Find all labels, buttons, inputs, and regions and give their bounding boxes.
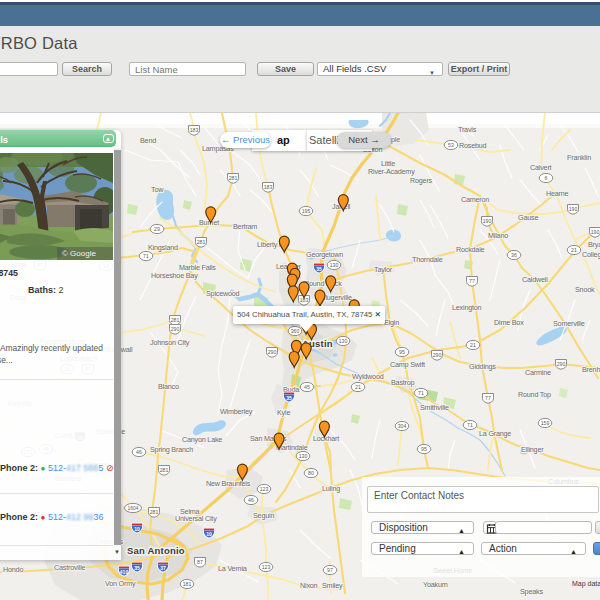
svg-text:71: 71: [143, 253, 149, 259]
svg-text:Hondo: Hondo: [3, 565, 23, 574]
svg-text:281: 281: [229, 175, 238, 181]
svg-text:21: 21: [355, 384, 361, 390]
svg-text:Luling: Luling: [322, 484, 340, 493]
svg-text:Yoakum: Yoakum: [423, 580, 448, 589]
svg-text:Speaks: Speaks: [520, 587, 543, 596]
svg-text:Nixon: Nixon: [300, 581, 318, 590]
svg-text:281: 281: [171, 317, 180, 323]
svg-text:71: 71: [467, 422, 473, 428]
svg-text:© Google: © Google: [62, 249, 96, 258]
svg-text:Brenham: Brenham: [582, 365, 600, 374]
svg-text:Canyon Lake: Canyon Lake: [182, 435, 222, 444]
svg-text:Universal City: Universal City: [175, 514, 217, 523]
svg-text:37: 37: [160, 565, 166, 571]
svg-text:77: 77: [469, 278, 475, 284]
svg-text:Ellinger: Ellinger: [521, 445, 544, 454]
svg-text:Caldwell: Caldwell: [522, 275, 548, 284]
svg-text:Elgin: Elgin: [384, 318, 399, 327]
svg-text:Rosebud: Rosebud: [459, 141, 487, 150]
svg-text:Travis: Travis: [458, 125, 477, 134]
svg-text:53: 53: [448, 142, 454, 148]
svg-text:77: 77: [485, 395, 491, 401]
svg-text:Bryan: Bryan: [588, 240, 600, 249]
svg-text:Spring Branch: Spring Branch: [150, 445, 193, 454]
svg-text:10: 10: [134, 526, 140, 532]
svg-text:Von Ormy: Von Ormy: [105, 579, 136, 588]
svg-text:130: 130: [330, 262, 339, 268]
svg-text:Seguin: Seguin: [253, 511, 274, 520]
svg-text:281: 281: [160, 467, 169, 473]
svg-text:Kyle: Kyle: [277, 408, 290, 417]
svg-text:159: 159: [541, 420, 550, 426]
svg-text:Georgetown: Georgetown: [306, 250, 343, 259]
svg-text:San Antonio: San Antonio: [127, 545, 185, 556]
svg-text:La Vernia: La Vernia: [218, 564, 247, 573]
svg-text:95: 95: [421, 446, 427, 452]
svg-text:304: 304: [398, 423, 407, 429]
svg-text:Taylor: Taylor: [374, 265, 393, 274]
svg-text:290: 290: [268, 349, 277, 355]
svg-text:21: 21: [571, 247, 577, 253]
svg-text:Round Rock: Round Rock: [304, 279, 342, 288]
svg-text:Giddings: Giddings: [469, 362, 496, 371]
svg-text:La Grange: La Grange: [479, 429, 511, 438]
svg-text:College Station: College Station: [582, 250, 600, 259]
svg-text:Blanco: Blanco: [158, 382, 179, 391]
svg-text:80: 80: [308, 470, 314, 476]
svg-text:Cameron: Cameron: [461, 195, 489, 204]
svg-text:290: 290: [433, 352, 442, 358]
svg-text:Smiley: Smiley: [322, 581, 343, 590]
svg-text:190: 190: [569, 206, 578, 212]
svg-text:71: 71: [418, 390, 424, 396]
svg-text:1604: 1604: [127, 505, 138, 511]
svg-text:35: 35: [286, 395, 292, 401]
svg-text:36: 36: [511, 252, 517, 258]
svg-text:Tow: Tow: [151, 185, 164, 194]
svg-text:35: 35: [134, 565, 140, 571]
svg-text:Rogers: Rogers: [410, 176, 433, 185]
svg-text:Camp Swift: Camp Swift: [390, 360, 425, 369]
svg-text:281: 281: [150, 509, 159, 515]
svg-text:New Braunfels: New Braunfels: [206, 479, 251, 488]
svg-text:130: 130: [339, 338, 348, 344]
svg-text:10: 10: [206, 531, 212, 537]
svg-text:290: 290: [171, 326, 180, 332]
svg-text:Carmine: Carmine: [525, 368, 551, 377]
svg-text:21: 21: [470, 342, 476, 348]
svg-text:6: 6: [545, 175, 548, 181]
svg-text:Spicewood: Spicewood: [206, 289, 240, 298]
svg-text:Bertram: Bertram: [233, 222, 257, 231]
svg-text:123: 123: [262, 564, 271, 570]
svg-text:281: 281: [197, 239, 206, 245]
svg-text:190: 190: [483, 218, 492, 224]
svg-text:Calvert: Calvert: [530, 163, 552, 172]
svg-text:183: 183: [190, 127, 199, 133]
svg-text:Rockdale: Rockdale: [456, 245, 485, 254]
svg-text:Johnson City: Johnson City: [150, 338, 190, 347]
svg-text:35: 35: [316, 266, 322, 272]
svg-text:Hearne: Hearne: [546, 189, 569, 198]
svg-text:410: 410: [120, 569, 129, 575]
svg-text:Dime Box: Dime Box: [494, 318, 524, 327]
svg-text:Gause: Gause: [518, 213, 538, 222]
svg-text:Snook: Snook: [575, 285, 595, 294]
svg-text:45: 45: [304, 384, 310, 390]
svg-text:195: 195: [302, 208, 311, 214]
svg-text:Lockhart: Lockhart: [313, 434, 339, 443]
svg-text:Franklin: Franklin: [567, 153, 591, 162]
svg-text:130: 130: [299, 453, 308, 459]
svg-text:Horseshoe Bay: Horseshoe Bay: [151, 271, 198, 280]
svg-text:Lexington: Lexington: [452, 303, 482, 312]
svg-text:87: 87: [197, 559, 203, 565]
svg-text:River-Academy: River-Academy: [368, 167, 415, 176]
svg-text:290: 290: [557, 361, 566, 367]
svg-text:181: 181: [183, 581, 192, 587]
svg-text:Bastrop: Bastrop: [391, 378, 415, 387]
svg-text:Castroville: Castroville: [54, 563, 86, 572]
svg-text:Wimberley: Wimberley: [220, 407, 253, 416]
svg-text:Bend: Bend: [140, 136, 156, 145]
svg-text:Round Top: Round Top: [518, 390, 551, 399]
svg-text:Milano: Milano: [488, 231, 508, 240]
svg-text:29: 29: [154, 226, 160, 232]
svg-text:Smithville: Smithville: [420, 403, 449, 412]
